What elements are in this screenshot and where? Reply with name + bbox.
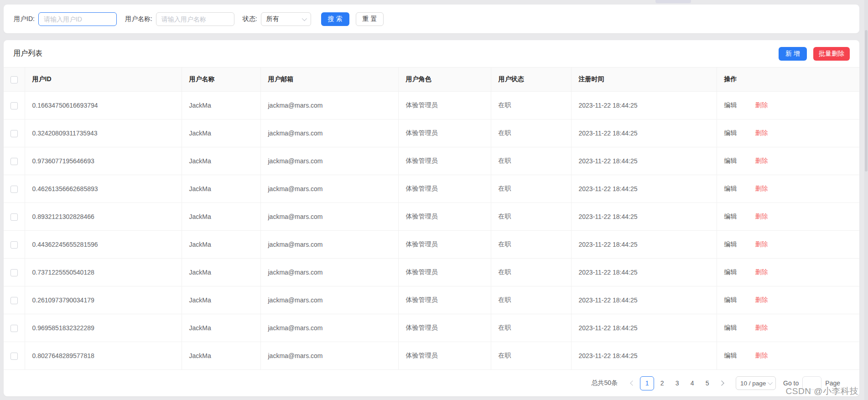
cell-user-email: jackma@mars.com (260, 92, 398, 119)
row-checkbox[interactable] (10, 158, 18, 165)
scrollbar-thumb[interactable] (865, 30, 868, 171)
cell-user-email: jackma@mars.com (260, 203, 398, 231)
col-header-user-id: 用户ID (25, 68, 182, 92)
cell-user-email: jackma@mars.com (260, 314, 398, 342)
cell-user-status: 在职 (491, 175, 571, 203)
cell-user-email: jackma@mars.com (260, 259, 398, 286)
cell-user-role: 体验管理员 (398, 175, 491, 203)
row-checkbox[interactable] (10, 325, 18, 332)
page-size-select[interactable]: 10 / page (736, 376, 776, 390)
cell-user-status: 在职 (491, 342, 571, 370)
cell-user-role: 体验管理员 (398, 119, 491, 147)
table-row: 0.16634750616693794 JackMa jackma@mars.c… (4, 92, 859, 119)
row-checkbox[interactable] (10, 186, 18, 193)
cell-user-role: 体验管理员 (398, 314, 491, 342)
cell-user-id: 0.9736077195646693 (25, 147, 182, 175)
cell-register-time: 2023-11-22 18:44:25 (571, 259, 717, 286)
delete-link[interactable]: 删除 (755, 296, 768, 303)
row-checkbox[interactable] (10, 353, 18, 360)
delete-link[interactable]: 删除 (755, 240, 768, 248)
user-table: 用户ID 用户名称 用户邮箱 用户角色 用户状态 注册时间 操作 0.16634… (4, 67, 859, 370)
table-row: 0.46261356662685893 JackMa jackma@mars.c… (4, 175, 859, 203)
user-name-input[interactable] (156, 12, 234, 26)
batch-delete-button[interactable]: 批量删除 (813, 47, 850, 61)
table-header-row: 用户ID 用户名称 用户邮箱 用户角色 用户状态 注册时间 操作 (4, 68, 859, 92)
scrollbar[interactable] (864, 0, 868, 400)
delete-link[interactable]: 删除 (755, 185, 768, 192)
delete-link[interactable]: 删除 (755, 352, 768, 359)
cell-user-name: JackMa (182, 286, 260, 314)
cell-user-email: jackma@mars.com (260, 286, 398, 314)
row-checkbox[interactable] (10, 130, 18, 137)
delete-link[interactable]: 删除 (755, 213, 768, 220)
edit-link[interactable]: 编辑 (724, 101, 737, 109)
cell-register-time: 2023-11-22 18:44:25 (571, 119, 717, 147)
add-button[interactable]: 新 增 (779, 47, 807, 61)
page-number-4[interactable]: 4 (685, 376, 699, 390)
delete-link[interactable]: 删除 (755, 268, 768, 275)
delete-link[interactable]: 删除 (755, 324, 768, 331)
user-name-label: 用户名称: (125, 15, 152, 23)
status-select[interactable]: 所有 (261, 12, 311, 26)
edit-link[interactable]: 编辑 (724, 268, 737, 275)
cell-user-name: JackMa (182, 147, 260, 175)
edit-link[interactable]: 编辑 (724, 129, 737, 136)
edit-link[interactable]: 编辑 (724, 213, 737, 220)
page-number-5[interactable]: 5 (700, 376, 714, 390)
cell-user-role: 体验管理员 (398, 286, 491, 314)
page-number-2[interactable]: 2 (655, 376, 669, 390)
cell-user-email: jackma@mars.com (260, 175, 398, 203)
cell-user-role: 体验管理员 (398, 259, 491, 286)
cell-user-status: 在职 (491, 119, 571, 147)
chevron-down-icon (768, 380, 773, 385)
cell-user-status: 在职 (491, 92, 571, 119)
search-button[interactable]: 搜 索 (321, 12, 349, 26)
edit-link[interactable]: 编辑 (724, 240, 737, 248)
panel-title: 用户列表 (13, 49, 42, 58)
cell-user-status: 在职 (491, 259, 571, 286)
cell-register-time: 2023-11-22 18:44:25 (571, 286, 717, 314)
cell-user-id: 0.32420809311735943 (25, 119, 182, 147)
panel-actions: 新 增 批量删除 (779, 47, 850, 61)
row-checkbox[interactable] (10, 102, 18, 109)
page-number-1[interactable]: 1 (640, 376, 654, 390)
top-overlay-pill (655, 0, 691, 3)
cell-user-name: JackMa (182, 175, 260, 203)
cell-user-role: 体验管理员 (398, 147, 491, 175)
edit-link[interactable]: 编辑 (724, 157, 737, 164)
chevron-down-icon (301, 16, 307, 21)
delete-link[interactable]: 删除 (755, 101, 768, 109)
delete-link[interactable]: 删除 (755, 157, 768, 164)
edit-link[interactable]: 编辑 (724, 324, 737, 331)
page-number-3[interactable]: 3 (670, 376, 684, 390)
row-checkbox[interactable] (10, 213, 18, 221)
cell-user-name: JackMa (182, 342, 260, 370)
cell-user-id: 0.8932121302828466 (25, 203, 182, 231)
status-label: 状态: (243, 15, 257, 23)
table-row: 0.7371225550540128 JackMa jackma@mars.co… (4, 259, 859, 286)
pagination-total: 总共50条 (591, 379, 618, 387)
reset-button[interactable]: 重 置 (356, 12, 384, 26)
chevron-left-icon (630, 381, 635, 386)
prev-page-button[interactable] (626, 376, 639, 390)
cell-register-time: 2023-11-22 18:44:25 (571, 147, 717, 175)
cell-register-time: 2023-11-22 18:44:25 (571, 231, 717, 259)
user-id-input[interactable] (38, 12, 117, 26)
edit-link[interactable]: 编辑 (724, 185, 737, 192)
watermark: CSDN @小李科技 (786, 385, 858, 397)
select-all-checkbox[interactable] (10, 76, 18, 83)
edit-link[interactable]: 编辑 (724, 296, 737, 303)
cell-user-name: JackMa (182, 203, 260, 231)
table-row: 0.44362245655281596 JackMa jackma@mars.c… (4, 231, 859, 259)
edit-link[interactable]: 编辑 (724, 352, 737, 359)
delete-link[interactable]: 删除 (755, 129, 768, 136)
user-list-panel: 用户列表 新 增 批量删除 用户ID 用户名称 用户邮箱 用户角色 用户状态 注… (4, 40, 859, 396)
filter-bar: 用户ID: 用户名称: 状态: 所有 搜 索 重 置 (4, 5, 859, 33)
col-header-user-email: 用户邮箱 (260, 68, 398, 92)
row-checkbox[interactable] (10, 241, 18, 249)
next-page-button[interactable] (715, 376, 728, 390)
row-checkbox[interactable] (10, 269, 18, 276)
cell-user-name: JackMa (182, 259, 260, 286)
cell-user-id: 0.46261356662685893 (25, 175, 182, 203)
row-checkbox[interactable] (10, 297, 18, 304)
